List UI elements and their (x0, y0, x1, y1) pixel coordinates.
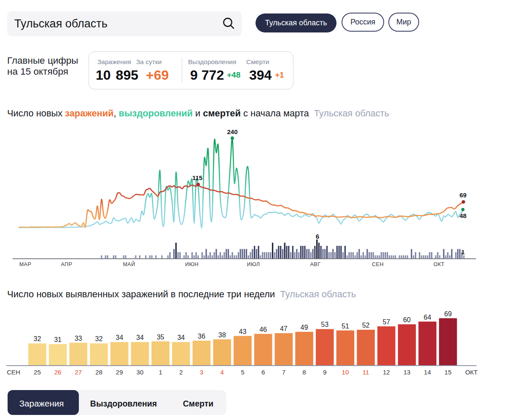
svg-text:3: 3 (200, 369, 203, 376)
svg-text:2: 2 (179, 369, 183, 376)
svg-text:8: 8 (302, 369, 306, 376)
svg-text:25: 25 (34, 369, 41, 376)
svg-text:12: 12 (383, 369, 390, 376)
svg-text:14: 14 (424, 369, 431, 376)
svg-text:38: 38 (218, 331, 226, 339)
svg-text:МАР: МАР (19, 261, 32, 267)
svg-text:36: 36 (198, 333, 205, 340)
svg-text:240: 240 (227, 128, 237, 135)
svg-text:46: 46 (259, 326, 267, 333)
svg-text:31: 31 (54, 336, 62, 343)
svg-text:33: 33 (75, 335, 82, 342)
svg-text:115: 115 (192, 174, 202, 181)
svg-text:51: 51 (342, 323, 349, 330)
svg-text:9: 9 (323, 369, 326, 376)
svg-text:64: 64 (424, 314, 431, 321)
svg-text:ИЮЛ: ИЮЛ (247, 261, 260, 267)
svg-text:34: 34 (177, 334, 185, 341)
svg-text:1: 1 (159, 369, 162, 376)
svg-text:69: 69 (460, 191, 467, 199)
svg-text:53: 53 (321, 321, 328, 328)
svg-text:47: 47 (280, 325, 288, 332)
svg-text:11: 11 (363, 369, 369, 376)
svg-text:30: 30 (137, 369, 144, 376)
svg-text:60: 60 (403, 316, 411, 323)
svg-text:34: 34 (136, 334, 144, 341)
svg-text:26: 26 (54, 369, 62, 376)
svg-text:48: 48 (460, 212, 467, 219)
svg-text:29: 29 (116, 369, 123, 376)
svg-text:10: 10 (342, 369, 349, 376)
svg-text:7: 7 (282, 369, 285, 376)
svg-text:57: 57 (382, 318, 390, 326)
svg-text:СЕН: СЕН (7, 369, 20, 376)
svg-text:СЕН: СЕН (372, 261, 384, 267)
svg-text:6: 6 (316, 233, 319, 240)
svg-text:43: 43 (239, 328, 247, 335)
svg-text:35: 35 (157, 334, 164, 341)
svg-text:ОКТ: ОКТ (465, 369, 478, 376)
svg-text:АПР: АПР (61, 261, 72, 267)
svg-text:5: 5 (241, 369, 244, 376)
svg-text:15: 15 (444, 369, 452, 376)
svg-text:49: 49 (301, 324, 308, 331)
svg-text:ОКТ: ОКТ (433, 261, 444, 267)
svg-text:13: 13 (404, 369, 411, 376)
svg-text:32: 32 (95, 335, 103, 342)
svg-text:АВГ: АВГ (310, 261, 321, 267)
svg-text:28: 28 (95, 369, 102, 376)
svg-text:ИЮН: ИЮН (185, 261, 199, 267)
svg-text:4: 4 (221, 369, 224, 376)
svg-text:52: 52 (362, 322, 370, 329)
svg-text:32: 32 (34, 335, 41, 342)
svg-text:МАЙ: МАЙ (123, 261, 135, 267)
svg-text:34: 34 (116, 334, 123, 341)
svg-text:27: 27 (75, 369, 82, 376)
svg-text:1: 1 (461, 248, 465, 256)
svg-text:69: 69 (444, 310, 452, 318)
svg-text:6: 6 (261, 369, 265, 376)
